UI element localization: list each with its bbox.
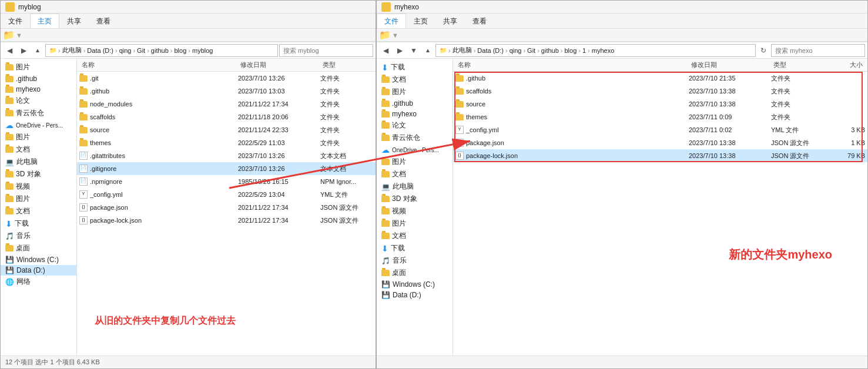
right-sidebar-music[interactable]: 🎵 音乐 xyxy=(377,254,453,267)
right-sidebar-video[interactable]: 视频 xyxy=(377,205,453,217)
left-sidebar-onedrive[interactable]: ☁ OneDrive - Pers... xyxy=(1,119,76,131)
left-path-5[interactable]: github xyxy=(151,47,169,54)
left-file-row-themes[interactable]: themes 2022/5/29 11:03 文件夹 xyxy=(77,136,376,149)
left-file-row-npmignore[interactable]: 📄 .npmignore 1985/10/26 16:15 NPM Ignor.… xyxy=(77,175,376,188)
left-path-2[interactable]: Data (D:) xyxy=(87,47,113,54)
left-sidebar-docs[interactable]: 文档 xyxy=(1,143,76,156)
left-file-row-config[interactable]: Y _config.yml 2022/5/29 13:04 YML 文件 xyxy=(77,188,376,201)
left-sidebar-video[interactable]: 视频 xyxy=(1,180,76,193)
right-path-1[interactable]: 此电脑 xyxy=(453,46,472,55)
right-file-row-config[interactable]: Y _config.yml 2023/7/11 0:02 YML 文件 3 KB xyxy=(453,123,867,136)
right-path-8[interactable]: myhexo xyxy=(592,47,615,54)
left-sidebar-windows[interactable]: 💾 Windows (C:) xyxy=(1,254,76,265)
left-sidebar-data[interactable]: 💾 Data (D:) xyxy=(1,265,76,276)
right-file-row-github[interactable]: .github 2023/7/10 21:35 文件夹 xyxy=(453,72,867,85)
right-sidebar-docs3[interactable]: 文档 xyxy=(377,230,453,242)
right-file-row-package[interactable]: {} package.json 2023/7/10 13:38 JSON 源文件… xyxy=(453,136,867,149)
left-tab-file[interactable]: 文件 xyxy=(1,14,30,28)
left-sidebar-pictures[interactable]: 图片 xyxy=(1,61,76,73)
right-dropdown-nav-btn[interactable]: ▼ xyxy=(407,44,420,57)
left-file-row-nodemodules[interactable]: node_modules 2021/11/22 17:34 文件夹 xyxy=(77,98,376,110)
left-file-row-gitattr[interactable]: 📄 .gitattributes 2023/7/10 13:26 文本文档 xyxy=(77,149,376,162)
right-file-row-themes[interactable]: themes 2023/7/11 0:09 文件夹 xyxy=(453,110,867,123)
right-sidebar-docs[interactable]: 文档 xyxy=(377,73,453,86)
left-sidebar-thispc[interactable]: 💻 此电脑 xyxy=(1,156,76,168)
left-back-btn[interactable]: ◀ xyxy=(3,44,16,57)
right-forward-btn[interactable]: ▶ xyxy=(393,44,406,57)
left-sidebar-lunwen[interactable]: 论文 xyxy=(1,95,76,107)
left-path-7[interactable]: myblog xyxy=(192,47,213,54)
right-file-row-source[interactable]: source 2023/7/10 13:38 文件夹 xyxy=(453,98,867,110)
right-col-size[interactable]: 大小 xyxy=(824,61,865,69)
left-address-path[interactable]: 📁 › 此电脑 › Data (D:) › qing › Git › githu… xyxy=(45,44,278,57)
right-path-4[interactable]: Git xyxy=(527,47,535,54)
right-sidebar-docs2[interactable]: 文档 xyxy=(377,168,453,180)
left-path-1[interactable]: 此电脑 xyxy=(62,46,82,55)
left-sidebar-docs2[interactable]: 文档 xyxy=(1,205,76,217)
right-col-date[interactable]: 修改日期 xyxy=(689,61,771,69)
right-sidebar-download[interactable]: ⬇ 下载 xyxy=(377,61,453,73)
right-sidebar-desktop[interactable]: 桌面 xyxy=(377,267,453,279)
left-sidebar-download[interactable]: ⬇ 下载 xyxy=(1,217,76,230)
right-tab-share[interactable]: 共享 xyxy=(435,14,465,28)
right-sidebar-3d[interactable]: 3D 对象 xyxy=(377,193,453,205)
left-sidebar-qingyun[interactable]: 青云依仓 xyxy=(1,107,76,119)
left-file-row-github[interactable]: .github 2023/7/10 13:03 文件夹 xyxy=(77,85,376,98)
right-tab-view[interactable]: 查看 xyxy=(465,14,494,28)
left-col-type[interactable]: 类型 xyxy=(320,61,373,69)
right-path-2[interactable]: Data (D:) xyxy=(477,47,504,54)
right-tab-file[interactable]: 文件 xyxy=(377,14,406,28)
right-sidebar-pics3[interactable]: 图片 xyxy=(377,217,453,230)
right-up-btn[interactable]: ▲ xyxy=(421,44,434,57)
left-sidebar-3d[interactable]: 3D 对象 xyxy=(1,168,76,180)
right-search-input[interactable] xyxy=(771,44,865,57)
right-address-path[interactable]: 📁 › 此电脑 › Data (D:) › qing › Git › githu… xyxy=(435,44,756,57)
right-tab-home[interactable]: 主页 xyxy=(406,14,435,28)
right-path-7[interactable]: 1 xyxy=(582,47,586,54)
left-sidebar-pics2[interactable]: 图片 xyxy=(1,131,76,143)
left-file-row-package[interactable]: {} package.json 2021/11/22 17:34 JSON 源文… xyxy=(77,201,376,214)
left-col-date[interactable]: 修改日期 xyxy=(238,61,320,69)
left-file-row-git[interactable]: .git 2023/7/10 13:26 文件夹 xyxy=(77,72,376,85)
left-sidebar-myhexo[interactable]: myhexo xyxy=(1,84,76,95)
right-sidebar-github[interactable]: .github xyxy=(377,98,453,109)
left-up-btn[interactable]: ▲ xyxy=(31,44,44,57)
right-back-btn[interactable]: ◀ xyxy=(379,44,392,57)
left-file-row-scaffolds[interactable]: scaffolds 2021/11/18 20:06 文件夹 xyxy=(77,110,376,123)
left-file-row-packagelock[interactable]: {} package-lock.json 2021/11/22 17:34 JS… xyxy=(77,214,376,227)
left-path-4[interactable]: Git xyxy=(137,47,145,54)
right-sidebar-pics2[interactable]: 图片 xyxy=(377,156,453,168)
right-sidebar-qingyun[interactable]: 青云依仓 xyxy=(377,132,453,144)
left-sidebar-network[interactable]: 🌐 网络 xyxy=(1,276,76,288)
right-sidebar-onedrive[interactable]: ☁ OneDrive - Pers... xyxy=(377,144,453,156)
left-col-name[interactable]: 名称 xyxy=(79,61,238,69)
right-path-6[interactable]: blog xyxy=(565,47,577,54)
left-forward-btn[interactable]: ▶ xyxy=(17,44,30,57)
right-col-name[interactable]: 名称 xyxy=(455,61,689,69)
right-path-3[interactable]: qing xyxy=(510,47,522,54)
right-sidebar-myhexo[interactable]: myhexo xyxy=(377,109,453,119)
right-sidebar-windows[interactable]: 💾 Windows (C:) xyxy=(377,279,453,290)
right-sidebar-lunwen[interactable]: 论文 xyxy=(377,119,453,132)
left-search-input[interactable] xyxy=(279,44,373,57)
right-path-5[interactable]: github xyxy=(541,47,559,54)
left-file-row-gitignore[interactable]: 📄 .gitignore 2023/7/10 13:26 文本文档 xyxy=(77,162,376,175)
right-col-type[interactable]: 类型 xyxy=(771,61,824,69)
right-sidebar-data[interactable]: 💾 Data (D:) xyxy=(377,290,453,300)
right-sidebar-thispc[interactable]: 💻 此电脑 xyxy=(377,180,453,193)
left-tab-home[interactable]: 主页 xyxy=(30,14,59,28)
right-sidebar-download2[interactable]: ⬇ 下载 xyxy=(377,242,453,254)
right-file-row-scaffolds[interactable]: scaffolds 2023/7/10 13:38 文件夹 xyxy=(453,85,867,98)
left-path-3[interactable]: qing xyxy=(119,47,132,54)
right-file-row-packagelock[interactable]: {} package-lock.json 2023/7/10 13:38 JSO… xyxy=(453,149,867,162)
left-sidebar-pics3[interactable]: 图片 xyxy=(1,193,76,205)
left-file-row-source[interactable]: source 2021/11/24 22:33 文件夹 xyxy=(77,123,376,136)
left-tab-view[interactable]: 查看 xyxy=(89,14,118,28)
right-sidebar-pics[interactable]: 图片 xyxy=(377,86,453,98)
left-sidebar-github[interactable]: .github xyxy=(1,73,76,84)
right-refresh-btn[interactable]: ↻ xyxy=(757,44,770,57)
left-tab-share[interactable]: 共享 xyxy=(59,14,89,28)
left-sidebar-desktop[interactable]: 桌面 xyxy=(1,242,76,254)
left-path-6[interactable]: blog xyxy=(175,47,187,54)
left-sidebar-music[interactable]: 🎵 音乐 xyxy=(1,230,76,242)
